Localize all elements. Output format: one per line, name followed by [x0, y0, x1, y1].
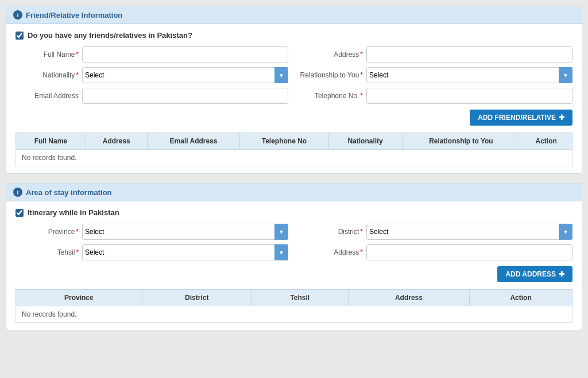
- full-name-row: Full Name*: [16, 46, 288, 63]
- col-relationship: Relationship to You: [402, 133, 520, 150]
- stay-info-icon: i: [13, 188, 22, 197]
- nationality-label: Nationality*: [16, 71, 79, 79]
- col-telephone: Telephone No: [240, 133, 328, 150]
- tehsil-select[interactable]: Select: [82, 244, 288, 260]
- col-action: Action: [520, 133, 572, 150]
- friend-relative-section: i Friend/Relative Information Do you hav…: [6, 6, 582, 174]
- stay-col-province: Province: [16, 290, 142, 306]
- tehsil-label: Tehsil*: [16, 248, 79, 256]
- district-select[interactable]: Select: [366, 224, 572, 240]
- stay-col-address: Address: [348, 290, 470, 306]
- province-select-wrapper: Select ▼: [82, 224, 288, 240]
- district-label: District*: [300, 228, 363, 236]
- address-row: Address*: [300, 46, 572, 63]
- relationship-select-wrapper: Select ▼: [366, 67, 572, 83]
- stay-no-records-row: No records found.: [16, 306, 572, 323]
- stay-section-header: i Area of stay information: [6, 184, 582, 201]
- col-nationality: Nationality: [328, 133, 402, 150]
- full-name-label: Full Name*: [16, 50, 79, 59]
- relationship-select[interactable]: Select: [366, 67, 572, 83]
- stay-no-records: No records found.: [16, 306, 572, 323]
- stay-col-action: Action: [470, 290, 572, 306]
- friend-checkbox[interactable]: [16, 32, 24, 40]
- telephone-input[interactable]: [366, 88, 572, 104]
- tehsil-select-wrapper: Select ▼: [82, 244, 288, 260]
- telephone-label: Telephone No.*: [300, 92, 363, 100]
- province-label: Province*: [16, 228, 79, 236]
- info-icon: i: [13, 10, 22, 20]
- stay-address-input[interactable]: [366, 244, 572, 260]
- nationality-row: Nationality* Select ▼: [16, 67, 288, 83]
- friend-section-header: i Friend/Relative Information: [6, 6, 582, 24]
- stay-checkbox-label: Itinerary while in Pakistan: [28, 208, 119, 217]
- stay-section: i Area of stay information Itinerary whi…: [6, 183, 582, 330]
- add-friend-plus-icon: ✚: [559, 114, 564, 122]
- tehsil-row: Tehsil* Select ▼: [16, 244, 288, 260]
- stay-section-body: Itinerary while in Pakistan Province* Se…: [6, 201, 582, 330]
- stay-section-title: Area of stay information: [26, 188, 112, 197]
- stay-col-tehsil: Tehsil: [252, 290, 348, 306]
- stay-table: Province District Tehsil Address Action …: [16, 289, 572, 323]
- friend-section-body: Do you have any friends/relatives in Pak…: [6, 24, 582, 173]
- email-input[interactable]: [82, 88, 288, 104]
- friend-section-title: Friend/Relative Information: [26, 11, 122, 20]
- nationality-select[interactable]: Select: [82, 67, 288, 83]
- add-address-button[interactable]: ADD ADDRESS ✚: [497, 266, 572, 282]
- add-friend-button[interactable]: ADD FRIEND/RELATIVE ✚: [470, 110, 572, 126]
- nationality-select-wrapper: Select ▼: [82, 67, 288, 83]
- telephone-row: Telephone No.*: [300, 88, 572, 104]
- stay-address-row: Address*: [300, 244, 572, 260]
- friend-no-records-row: No records found.: [16, 150, 572, 166]
- friend-table-header-row: Full Name Address Email Address Telephon…: [16, 133, 572, 150]
- friend-form-grid: Full Name* Address* Nationality* Select: [16, 46, 572, 104]
- district-select-wrapper: Select ▼: [366, 224, 572, 240]
- relationship-row: Relationship to You* Select ▼: [300, 67, 572, 83]
- address-input[interactable]: [366, 46, 572, 63]
- col-email: Email Address: [147, 133, 239, 150]
- province-row: Province* Select ▼: [16, 224, 288, 240]
- add-address-button-row: ADD ADDRESS ✚: [16, 266, 572, 288]
- friend-table: Full Name Address Email Address Telephon…: [16, 133, 572, 166]
- stay-table-header-row: Province District Tehsil Address Action: [16, 290, 572, 306]
- address-label: Address*: [300, 50, 363, 59]
- email-row: Email Address: [16, 88, 288, 104]
- email-label: Email Address: [16, 92, 79, 100]
- add-friend-button-row: ADD FRIEND/RELATIVE ✚: [16, 110, 572, 131]
- stay-checkbox[interactable]: [16, 209, 24, 217]
- friend-checkbox-label: Do you have any friends/relatives in Pak…: [28, 31, 192, 40]
- col-full-name: Full Name: [16, 133, 86, 150]
- add-address-plus-icon: ✚: [559, 270, 564, 278]
- stay-checkbox-row: Itinerary while in Pakistan: [16, 208, 572, 217]
- district-row: District* Select ▼: [300, 224, 572, 240]
- province-select[interactable]: Select: [82, 224, 288, 240]
- col-address: Address: [86, 133, 147, 150]
- relationship-label: Relationship to You*: [300, 71, 363, 79]
- stay-address-label: Address*: [300, 248, 363, 256]
- friend-no-records: No records found.: [16, 150, 572, 166]
- stay-col-district: District: [142, 290, 252, 306]
- full-name-input[interactable]: [82, 46, 288, 63]
- stay-form-grid: Province* Select ▼ District* Select: [16, 224, 572, 260]
- friend-checkbox-row: Do you have any friends/relatives in Pak…: [16, 31, 572, 40]
